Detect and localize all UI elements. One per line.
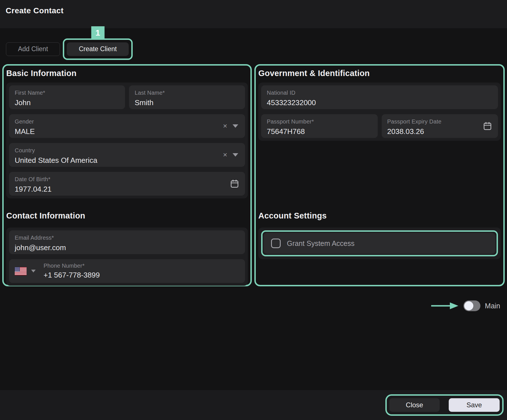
country-label: Country	[15, 147, 239, 154]
date-of-birth-field[interactable]: Date Of Birth* 1977.04.21	[9, 172, 245, 196]
national-id-value: 453323232000	[267, 98, 492, 107]
gender-value: MALE	[15, 127, 239, 136]
basic-information-fields: First Name* John Last Name* Smith Gender…	[6, 83, 248, 198]
country-code-chevron-icon[interactable]	[31, 270, 36, 272]
us-flag-icon[interactable]	[15, 267, 27, 275]
create-contact-dialog: Create Contact Add Client 1 Create Clien…	[0, 0, 507, 420]
main-toggle-row: Main	[0, 300, 507, 311]
main-toggle[interactable]	[463, 300, 480, 311]
annotation-arrow-icon	[431, 302, 459, 309]
email-field[interactable]: Email Address* john@user.com	[9, 230, 245, 254]
dialog-header: Create Contact	[0, 0, 507, 28]
first-name-field[interactable]: First Name* John	[9, 85, 125, 109]
main-toggle-knob	[464, 301, 473, 310]
first-name-value: John	[15, 98, 119, 107]
date-of-birth-value: 1977.04.21	[15, 185, 239, 194]
chevron-down-icon[interactable]	[233, 124, 238, 128]
country-select[interactable]: Country United States Of America ✕	[9, 143, 245, 167]
footer-annotation-outline: Close Save	[385, 394, 504, 416]
main-toggle-label: Main	[485, 302, 500, 310]
passport-number-field[interactable]: Passport Number* 75647H768	[261, 114, 378, 138]
email-value: john@user.com	[15, 243, 239, 252]
close-button[interactable]: Close	[389, 398, 440, 412]
phone-value: +1 567-778-3899	[44, 271, 100, 280]
national-id-label: National ID	[267, 90, 492, 96]
clear-icon[interactable]: ✕	[223, 123, 227, 129]
page-title: Create Contact	[6, 6, 507, 15]
form-panels: Basic Information First Name* John Last …	[2, 64, 507, 286]
date-of-birth-label: Date Of Birth*	[15, 176, 239, 183]
last-name-label: Last Name*	[135, 90, 239, 96]
government-identification-fields: National ID 453323232000 Passport Number…	[258, 83, 501, 141]
calendar-icon[interactable]	[230, 179, 239, 189]
client-tabs: Add Client 1 Create Client	[6, 38, 507, 60]
passport-expiry-label: Passport Expiry Date	[387, 118, 493, 125]
right-panel: Government & Identification National ID …	[254, 64, 505, 286]
tab-create-client-label: Create Client	[79, 45, 117, 53]
account-settings-heading: Account Settings	[258, 211, 501, 220]
grant-system-access-checkbox[interactable]	[271, 239, 281, 248]
country-value: United States Of America	[15, 156, 239, 165]
step-annotation-badge: 1	[91, 26, 104, 40]
chevron-down-icon[interactable]	[233, 153, 238, 157]
tab-add-client-label: Add Client	[18, 45, 48, 53]
save-button[interactable]: Save	[449, 398, 500, 412]
grant-access-annotation-outline: Grant System Access	[261, 230, 498, 256]
account-settings-fields: Grant System Access	[258, 228, 501, 259]
passport-number-label: Passport Number*	[267, 118, 372, 125]
gender-label: Gender	[15, 118, 239, 125]
basic-information-heading: Basic Information	[6, 68, 248, 78]
calendar-icon[interactable]	[483, 121, 492, 131]
phone-field[interactable]: Phone Number* +1 567-778-3899	[9, 259, 245, 283]
last-name-value: Smith	[135, 98, 239, 107]
left-panel: Basic Information First Name* John Last …	[2, 64, 252, 286]
national-id-field[interactable]: National ID 453323232000	[261, 85, 498, 109]
clear-icon[interactable]: ✕	[223, 151, 227, 158]
email-label: Email Address*	[15, 235, 239, 241]
grant-system-access-label: Grant System Access	[287, 239, 355, 248]
dialog-footer: Close Save	[0, 390, 507, 420]
grant-system-access-row[interactable]: Grant System Access	[264, 233, 495, 254]
contact-information-fields: Email Address* john@user.com	[6, 228, 248, 286]
passport-number-value: 75647H768	[267, 127, 372, 136]
create-client-annotation-outline: 1 Create Client	[63, 38, 133, 60]
phone-label: Phone Number*	[44, 263, 100, 269]
passport-expiry-field[interactable]: Passport Expiry Date 2038.03.26	[382, 114, 498, 138]
gender-select[interactable]: Gender MALE ✕	[9, 114, 245, 138]
last-name-field[interactable]: Last Name* Smith	[129, 85, 245, 109]
government-identification-heading: Government & Identification	[258, 68, 501, 78]
passport-expiry-value: 2038.03.26	[387, 127, 493, 136]
tab-create-client[interactable]: Create Client	[67, 42, 129, 56]
tab-add-client[interactable]: Add Client	[6, 42, 60, 56]
contact-information-heading: Contact Information	[6, 211, 248, 220]
first-name-label: First Name*	[15, 90, 119, 96]
